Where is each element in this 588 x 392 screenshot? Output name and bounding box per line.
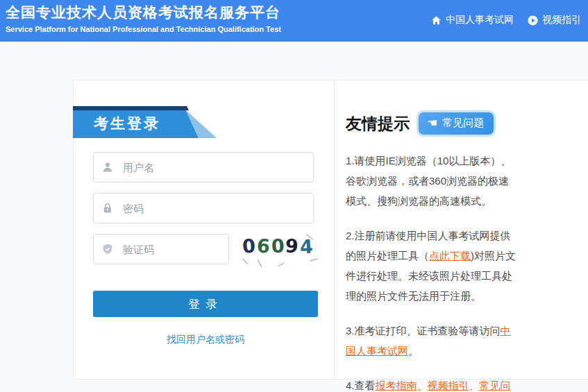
- video-guide-link[interactable]: 视频指引: [428, 380, 469, 391]
- banner-title: 考生登录: [94, 114, 160, 133]
- nav-link-video-label: 视频指引: [542, 14, 581, 26]
- tip-4-separator: 、: [417, 380, 428, 391]
- exam-guide-link[interactable]: 报考指南: [376, 380, 417, 391]
- username-input[interactable]: [93, 152, 314, 182]
- nav-link-site-label: 中国人事考试网: [446, 14, 514, 26]
- login-button[interactable]: 登录: [93, 291, 318, 317]
- tips-title: 友情提示: [346, 113, 410, 135]
- tip-item-2: 2.注册前请使用中国人事考试网提供的照片处理工具（点此下载)对照片文件进行处理。…: [346, 225, 519, 306]
- tip-3-text-post: 。: [408, 345, 419, 357]
- tip-item-3: 3.准考证打印、证书查验等请访问中国人事考试网。: [346, 321, 519, 361]
- card-divider: [334, 80, 335, 379]
- password-field-wrap: [93, 193, 314, 223]
- captcha-code: 06094: [239, 235, 318, 257]
- page: 全国专业技术人员资格考试报名服务平台 Service Platform for …: [0, 0, 588, 392]
- candidate-login-banner: 考生登录: [73, 106, 220, 138]
- tips-list: 1.请使用IE浏览器（10以上版本）、谷歌浏览器，或者360浏览器的极速模式、搜…: [346, 151, 519, 392]
- tip-3-text: 3.准考证打印、证书查验等请访问: [346, 325, 501, 336]
- pointing-hand-icon: ☚: [427, 117, 437, 129]
- captcha-noise-line: [242, 259, 248, 264]
- password-input[interactable]: [93, 193, 314, 223]
- lock-icon: [102, 203, 113, 214]
- username-field-wrap: [93, 152, 314, 182]
- tip-item-4: 4.查看报考指南、视频指引、常见问题、咨询电话。: [346, 375, 519, 392]
- captcha-noise-line: [310, 258, 318, 261]
- forgot-link-wrap: 找回用户名或密码: [93, 333, 318, 346]
- home-icon: [431, 15, 442, 26]
- user-icon: [102, 162, 113, 173]
- play-icon: [528, 15, 538, 26]
- tips-header: 友情提示 ☚ 常见问题: [346, 112, 494, 135]
- login-card: 考生登录 06094: [73, 80, 588, 380]
- captcha-noise-line: [278, 263, 284, 267]
- faq-button-label: 常见问题: [442, 117, 484, 130]
- captcha-image[interactable]: 06094: [239, 234, 318, 266]
- shield-check-icon: [102, 244, 113, 255]
- page-subtitle: Service Platform for National Profession…: [6, 25, 281, 33]
- tip-1-text: 1.请使用IE浏览器（10以上版本）、谷歌浏览器，或者360浏览器的极速模式、搜…: [346, 155, 511, 207]
- page-title: 全国专业技术人员资格考试报名服务平台: [6, 3, 280, 22]
- nav-link-video[interactable]: 视频指引: [528, 14, 581, 26]
- faq-button[interactable]: ☚ 常见问题: [419, 112, 494, 135]
- header-nav: 中国人事考试网 视频指引: [431, 14, 581, 26]
- forgot-username-password-link[interactable]: 找回用户名或密码: [167, 334, 244, 345]
- download-photo-tool-link[interactable]: 点此下载: [429, 250, 471, 262]
- tip-4-separator: 、: [469, 380, 480, 391]
- tip-item-1: 1.请使用IE浏览器（10以上版本）、谷歌浏览器，或者360浏览器的极速模式、搜…: [346, 151, 519, 211]
- header: 全国专业技术人员资格考试报名服务平台 Service Platform for …: [0, 0, 588, 42]
- nav-link-site[interactable]: 中国人事考试网: [431, 14, 514, 26]
- captcha-noise-line: [258, 259, 262, 267]
- tip-4-text: 4.查看: [346, 380, 376, 391]
- captcha-input[interactable]: [93, 234, 229, 264]
- captcha-field-wrap: [93, 234, 229, 264]
